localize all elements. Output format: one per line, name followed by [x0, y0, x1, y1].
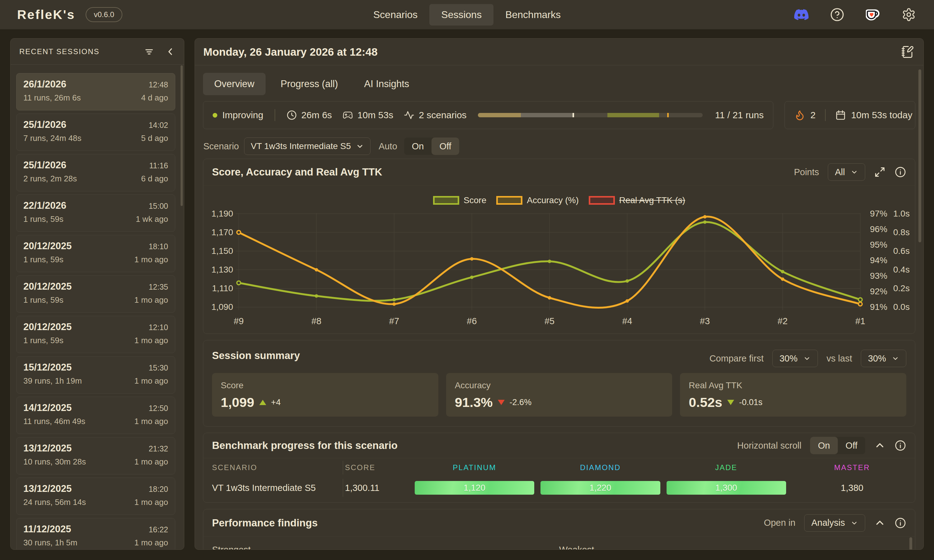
compare-first-label: Compare first — [709, 354, 764, 364]
session-list-item[interactable]: 25/1/202611:162 runs, 2m 28s6 d ago — [16, 154, 175, 191]
session-date: 20/12/2025 — [23, 322, 72, 332]
nav-item-sessions[interactable]: Sessions — [429, 4, 493, 26]
session-date: 14/12/2025 — [23, 402, 72, 414]
brand: RefleK's v0.6.0 — [17, 7, 122, 22]
summary-card-label: Score — [221, 380, 430, 391]
svg-text:0.4s: 0.4s — [893, 265, 910, 274]
tier-bar-diamond: 1,220 — [541, 481, 660, 495]
chart-panel: Score, Accuracy and Real Avg TTK Points … — [203, 158, 916, 334]
discord-icon[interactable] — [794, 8, 809, 22]
session-list-item[interactable]: 20/12/202512:351 runs, 59s1 mo ago — [16, 275, 175, 313]
session-list-item[interactable]: 11/12/202516:2230 runs, 1h 5m1 mo ago — [16, 518, 175, 549]
collapse-benchmark-icon[interactable] — [874, 440, 886, 451]
legend-label: Accuracy (%) — [527, 195, 578, 205]
legend-item-score[interactable]: Score — [433, 195, 486, 205]
toggle-option-on[interactable]: On — [404, 137, 432, 155]
session-runs: 1 runs, 59s — [23, 295, 63, 305]
collapse-sidebar-icon[interactable] — [165, 46, 176, 57]
session-runs: 7 runs, 24m 48s — [23, 134, 81, 143]
settings-icon[interactable] — [902, 8, 916, 22]
col-score: SCORE — [345, 463, 376, 472]
legend-swatch — [589, 196, 615, 205]
session-list-item[interactable]: 20/12/202518:101 runs, 59s1 mo ago — [16, 235, 175, 272]
tab-ai-insights[interactable]: AI Insights — [353, 73, 421, 95]
svg-text:#8: #8 — [311, 316, 321, 326]
findings-scrollbar[interactable] — [909, 537, 912, 549]
version-badge: v0.6.0 — [86, 7, 122, 22]
session-list-item[interactable]: 20/12/202512:101 runs, 59s1 mo ago — [16, 316, 175, 353]
trend-dot — [213, 113, 217, 118]
svg-text:92%: 92% — [870, 286, 887, 296]
sidebar-scrollbar[interactable] — [180, 65, 183, 206]
svg-text:#2: #2 — [778, 316, 788, 326]
benchmark-info-icon[interactable] — [894, 440, 906, 451]
session-list-item[interactable]: 25/1/202614:027 runs, 24m 48s5 d ago — [16, 114, 175, 151]
session-list: 26/1/202612:4811 runs, 26m 6s4 d ago25/1… — [11, 65, 184, 549]
svg-text:#5: #5 — [544, 316, 555, 326]
edit-notes-icon[interactable] — [901, 45, 914, 58]
session-list-item[interactable]: 26/1/202612:4811 runs, 26m 6s4 d ago — [16, 73, 175, 111]
svg-text:1,110: 1,110 — [212, 283, 233, 293]
toggle-option-off[interactable]: Off — [838, 437, 865, 454]
session-runs: 39 runs, 1h 19m — [23, 376, 82, 386]
points-select[interactable]: All — [828, 163, 865, 181]
session-list-item[interactable]: 15/12/202515:3039 runs, 1h 19m1 mo ago — [16, 356, 175, 394]
session-runs: 11 runs, 46m 49s — [23, 417, 85, 426]
legend-item-ttk[interactable]: Real Avg TTK (s) — [589, 195, 685, 205]
nav-item-scenarios[interactable]: Scenarios — [361, 4, 429, 26]
delta-up-icon — [259, 400, 266, 405]
session-date: 13/12/2025 — [23, 443, 72, 454]
kofi-icon[interactable] — [866, 8, 880, 22]
svg-text:93%: 93% — [870, 271, 887, 281]
progress-segment-olive — [607, 113, 659, 117]
strongest-label: Strongest — [212, 545, 251, 549]
tab-overview[interactable]: Overview — [203, 73, 265, 95]
collapse-findings-icon[interactable] — [874, 517, 886, 529]
col-tier-jade: JADE — [665, 463, 788, 472]
main-scrollbar[interactable] — [919, 69, 921, 242]
session-list-item[interactable]: 14/12/202512:5011 runs, 46m 49s1 mo ago — [16, 397, 175, 434]
tab-progress-all-[interactable]: Progress (all) — [269, 73, 349, 95]
svg-text:95%: 95% — [870, 240, 887, 249]
expand-chart-icon[interactable] — [874, 166, 886, 178]
session-time: 14:02 — [148, 121, 168, 130]
nav-item-benchmarks[interactable]: Benchmarks — [493, 4, 573, 26]
progress-segment-gray — [521, 113, 573, 117]
findings-info-icon[interactable] — [894, 517, 906, 529]
help-icon[interactable] — [830, 8, 844, 22]
today-playtime: 10m 53s today — [835, 109, 912, 121]
legend-item-accuracy[interactable]: Accuracy (%) — [496, 195, 578, 205]
session-time: 16:22 — [148, 525, 168, 534]
session-date: 22/1/2026 — [23, 200, 66, 211]
filter-icon[interactable] — [143, 46, 155, 57]
session-ago: 5 d ago — [141, 134, 168, 143]
session-list-item[interactable]: 22/1/202615:001 runs, 59s1 wk ago — [16, 194, 175, 232]
topbar-icons — [794, 8, 916, 22]
compare-first-select[interactable]: 30% — [772, 350, 818, 367]
session-date: 15/12/2025 — [23, 362, 72, 373]
open-in-select[interactable]: Analysis — [804, 514, 865, 532]
runs-label: 11 / 21 runs — [715, 110, 764, 120]
toggle-option-on[interactable]: On — [810, 437, 838, 454]
tier-value-master: 1,380 — [791, 483, 913, 493]
svg-text:#1: #1 — [855, 316, 865, 326]
runs-progress-bar — [478, 113, 703, 117]
session-ago: 1 mo ago — [134, 295, 168, 305]
svg-text:#9: #9 — [234, 316, 244, 326]
session-list-item[interactable]: 13/12/202518:2024 runs, 56m 14s1 mo ago — [16, 478, 175, 515]
findings-title: Performance findings — [212, 517, 317, 529]
session-runs: 1 runs, 59s — [23, 336, 63, 345]
col-tier-master: MASTER — [791, 463, 913, 472]
benchmark-score: 1,300.11 — [345, 483, 379, 493]
session-list-item[interactable]: 13/12/202521:3210 runs, 30m 28s1 mo ago — [16, 437, 175, 474]
detail-tabs: OverviewProgress (all)AI Insights — [203, 73, 916, 95]
divider — [825, 109, 826, 121]
vs-last-select[interactable]: 30% — [861, 350, 906, 367]
chevron-down-icon — [851, 519, 858, 527]
session-time: 15:00 — [148, 202, 168, 211]
chart-info-icon[interactable] — [894, 166, 906, 178]
session-date: 11/12/2025 — [23, 524, 71, 535]
toggle-option-off[interactable]: Off — [432, 137, 459, 155]
scenario-select[interactable]: VT 1w3ts Intermediate S5 — [244, 137, 370, 155]
top-nav: ScenariosSessionsBenchmarks — [361, 0, 573, 29]
